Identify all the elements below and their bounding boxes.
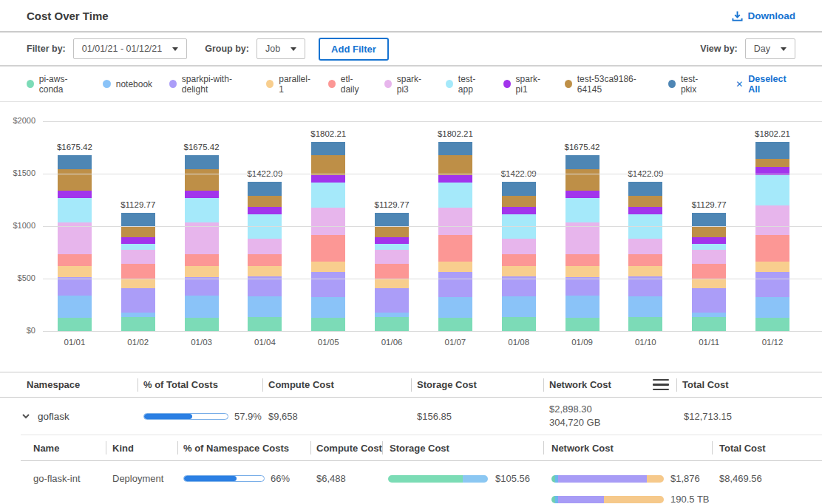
bar-segment-etl-daily[interactable] [692,264,726,279]
bar-segment-spark-pi1[interactable] [502,207,536,214]
chart-bar-01/03[interactable]: $1675.4201/03 [170,102,234,331]
legend-item-test-pkix[interactable]: test-pkix [668,74,710,95]
view-by-dropdown[interactable]: Day [745,38,795,59]
bar-segment-sparkpi-with-delight[interactable] [692,288,726,313]
bar-segment-etl-daily[interactable] [311,235,345,262]
bar-segment-test-53ca9186-64145[interactable] [248,196,282,208]
bar-segment-pi-aws-conda[interactable] [692,317,726,331]
legend-item-etl-daily[interactable]: etl-daily [328,74,367,95]
bar-segment-sparkpi-with-delight[interactable] [58,277,92,296]
bar-segment-test-53ca9186-64145[interactable] [438,155,472,175]
bar-segment-parallel-1[interactable] [185,266,219,277]
bar-segment-parallel-1[interactable] [375,279,409,288]
bar-segment-etl-daily[interactable] [628,254,662,266]
bar-segment-spark-pi3[interactable] [438,208,472,236]
bar-segment-pi-aws-conda[interactable] [248,317,282,331]
bar-segment-sparkpi-with-delight[interactable] [121,288,155,313]
bar-segment-spark-pi3[interactable] [755,205,789,236]
bar-segment-notebook[interactable] [248,296,282,317]
bar-segment-test-app[interactable] [565,198,599,222]
bar-segment-notebook[interactable] [502,296,536,317]
col-header-storage[interactable]: Storage Cost [382,435,543,460]
bar-segment-parallel-1[interactable] [565,266,599,277]
bar-segment-pi-aws-conda[interactable] [755,318,789,331]
bar-segment-test-pkix[interactable] [565,155,599,169]
bar-segment-parallel-1[interactable] [502,266,536,276]
bar-segment-test-53ca9186-64145[interactable] [502,196,536,208]
bar-segment-parallel-1[interactable] [248,266,282,276]
bar-segment-sparkpi-with-delight[interactable] [375,288,409,313]
bar-segment-test-53ca9186-64145[interactable] [565,169,599,191]
col-header-name[interactable]: Name [21,435,106,460]
bar-segment-test-53ca9186-64145[interactable] [375,227,409,238]
bar-segment-notebook[interactable] [58,296,92,318]
legend-item-test-53ca9186-64145[interactable]: test-53ca9186-64145 [565,74,651,95]
group-by-dropdown[interactable]: Job [257,38,305,59]
bar-segment-test-app[interactable] [755,175,789,205]
bar-segment-spark-pi3[interactable] [565,222,599,254]
bar-segment-test-pkix[interactable] [375,213,409,227]
bar-segment-etl-daily[interactable] [565,254,599,266]
bar-segment-sparkpi-with-delight[interactable] [755,272,789,298]
bar-segment-test-pkix[interactable] [248,182,282,195]
col-header-namespace[interactable]: Namespace [0,372,137,397]
bar-segment-parallel-1[interactable] [438,262,472,271]
bar-segment-test-53ca9186-64145[interactable] [121,227,155,238]
table-row-namespace[interactable]: goflask 57.9% $9,658 $156.85 $2,898.30 3… [0,398,822,435]
bar-segment-spark-pi3[interactable] [121,250,155,264]
bar-segment-pi-aws-conda[interactable] [58,318,92,331]
bar-segment-test-53ca9186-64145[interactable] [755,159,789,167]
bar-segment-notebook[interactable] [438,297,472,317]
bar-segment-test-pkix[interactable] [755,142,789,159]
bar-segment-sparkpi-with-delight[interactable] [565,277,599,296]
chart-bar-01/01[interactable]: $1675.4201/01 [43,102,106,331]
chart-bar-01/12[interactable]: $1802.2101/12 [741,102,804,331]
chart-bar-01/08[interactable]: $1422.0901/08 [487,102,551,331]
bar-segment-pi-aws-conda[interactable] [628,317,662,331]
download-button[interactable]: Download [732,10,796,21]
legend-item-parallel-1[interactable]: parallel-1 [266,74,311,95]
bar-segment-test-53ca9186-64145[interactable] [628,196,662,208]
bar-segment-pi-aws-conda[interactable] [565,318,599,331]
col-header-storage[interactable]: Storage Cost [411,372,543,397]
bar-segment-test-app[interactable] [121,244,155,250]
legend-item-pi-aws-conda[interactable]: pi-aws-conda [27,74,86,95]
col-header-compute[interactable]: Compute Cost [262,372,411,397]
bar-segment-test-53ca9186-64145[interactable] [311,155,345,175]
bar-segment-notebook[interactable] [755,297,789,317]
bar-segment-spark-pi3[interactable] [502,239,536,254]
bar-segment-parallel-1[interactable] [755,262,789,271]
bar-segment-spark-pi1[interactable] [692,237,726,244]
chart-bar-01/05[interactable]: $1802.2101/05 [296,102,360,331]
bar-segment-test-app[interactable] [311,183,345,207]
bar-segment-parallel-1[interactable] [121,279,155,288]
bar-segment-spark-pi1[interactable] [185,191,219,198]
bar-segment-test-pkix[interactable] [311,142,345,155]
chart-bar-01/10[interactable]: $1422.0901/10 [614,102,677,331]
bar-segment-spark-pi3[interactable] [628,239,662,254]
chart-bar-01/07[interactable]: $1802.2101/07 [424,102,487,331]
bar-segment-notebook[interactable] [565,296,599,318]
bar-segment-etl-daily[interactable] [375,264,409,279]
bar-segment-test-app[interactable] [375,244,409,250]
bar-segment-test-53ca9186-64145[interactable] [185,169,219,191]
col-header-network[interactable]: Network Cost [543,435,712,460]
chart-bar-01/02[interactable]: $1129.7701/02 [106,102,170,331]
col-header-total[interactable]: Total Cost [676,372,822,397]
legend-item-test-app[interactable]: test-app [446,74,486,95]
menu-icon[interactable] [653,379,669,391]
bar-segment-notebook[interactable] [628,296,662,317]
chart-bar-01/11[interactable]: $1129.7701/11 [677,102,741,331]
legend-item-spark-pi3[interactable]: spark-pi3 [384,74,429,95]
bar-segment-test-pkix[interactable] [58,155,92,169]
bar-segment-spark-pi1[interactable] [121,237,155,244]
bar-segment-spark-pi3[interactable] [185,222,219,254]
bar-segment-pi-aws-conda[interactable] [311,318,345,331]
bar-segment-parallel-1[interactable] [628,266,662,276]
col-header-network[interactable]: Network Cost [543,372,676,397]
date-range-dropdown[interactable]: 01/01/21 - 01/12/21 [73,38,187,59]
chart-bar-01/09[interactable]: $1675.4201/09 [551,102,614,331]
bar-segment-spark-pi1[interactable] [58,191,92,198]
bar-segment-pi-aws-conda[interactable] [121,317,155,331]
bar-segment-spark-pi1[interactable] [438,175,472,183]
